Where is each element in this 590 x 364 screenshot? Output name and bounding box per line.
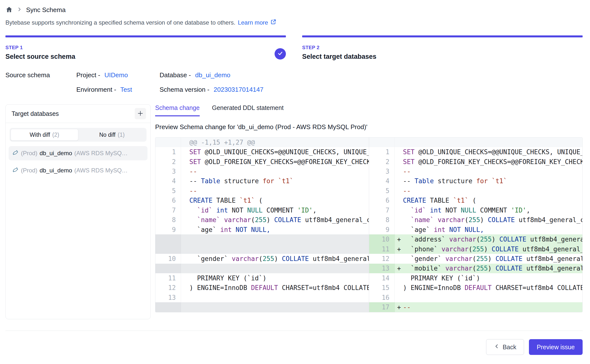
- line-number: 9: [369, 225, 395, 234]
- line-number: 8: [155, 215, 181, 225]
- learn-more-label: Learn more: [238, 19, 268, 26]
- diff-marker: +: [395, 236, 403, 243]
- diff-placeholder-row: [155, 302, 369, 312]
- line-number: 3: [155, 167, 181, 176]
- schema-version-link[interactable]: 20230317014147: [214, 86, 263, 93]
- line-number: 2: [155, 157, 181, 167]
- line-number: 11: [155, 273, 181, 283]
- schema-diff-viewer[interactable]: @@ -1,15 +1,27 @@1SET @OLD_UNIQUE_CHECKS…: [155, 137, 583, 312]
- diff-row: 7 `id` int NOT NULL COMMENT 'ID',: [369, 205, 583, 215]
- tab-no-diff[interactable]: No diff (1): [78, 129, 146, 141]
- database-link[interactable]: db_ui_demo: [195, 71, 230, 79]
- description-text: Bytebase supports synchronizing a specif…: [5, 19, 235, 26]
- environment-link[interactable]: Test: [120, 86, 132, 93]
- breadcrumb-chevron-icon: [17, 7, 22, 13]
- code-line: CREATE TABLE `t1` (: [403, 197, 583, 204]
- diff-row: 5--: [369, 186, 583, 196]
- diff-row: 1SET @OLD_UNIQUE_CHECKS=@@UNIQUE_CHECKS,…: [369, 147, 583, 157]
- back-button-label: Back: [503, 344, 516, 351]
- home-breadcrumb-button[interactable]: [5, 6, 13, 14]
- preview-issue-button[interactable]: Preview issue: [529, 339, 583, 355]
- line-number: 14: [369, 273, 395, 283]
- step-1-title: Select source schema: [5, 53, 286, 61]
- step-progress: STEP 1 Select source schema STEP 2 Selec…: [5, 35, 583, 61]
- diff-pane-target: 1SET @OLD_UNIQUE_CHECKS=@@UNIQUE_CHECKS,…: [369, 137, 583, 312]
- diff-row: 3--: [369, 167, 583, 176]
- back-button[interactable]: Back: [486, 339, 524, 355]
- tab-with-diff-count: (2): [52, 132, 59, 138]
- target-databases-panel: Target databases With diff (2) No diff (…: [5, 104, 151, 319]
- line-number: [155, 244, 181, 254]
- step-2-progress-bar: [302, 35, 583, 37]
- source-schema-label: Source schema: [5, 71, 76, 79]
- code-line: ) ENGINE=InnoDB DEFAULT CHARSET=utf8mb4 …: [189, 284, 369, 291]
- step-2-label: STEP 2: [302, 45, 583, 50]
- line-number: 16: [369, 293, 395, 302]
- line-number: 6: [369, 196, 395, 205]
- diff-pane-source: @@ -1,15 +1,27 @@1SET @OLD_UNIQUE_CHECKS…: [155, 137, 369, 312]
- line-number: 13: [155, 293, 181, 302]
- diff-row: 6CREATE TABLE `t1` (: [155, 196, 369, 205]
- diff-row: 5--: [155, 186, 369, 196]
- line-number: 5: [369, 186, 395, 196]
- learn-more-link[interactable]: Learn more: [238, 19, 277, 27]
- line-number: 12: [155, 283, 181, 293]
- database-item[interactable]: (Prod) db_ui_demo (AWS RDS MySQL Prod): [9, 163, 148, 178]
- diff-row: 1SET @OLD_UNIQUE_CHECKS=@@UNIQUE_CHECKS,…: [155, 147, 369, 157]
- code-line: PRIMARY KEY (`id`): [403, 274, 583, 282]
- line-number: 1: [369, 147, 395, 157]
- tab-schema-change[interactable]: Schema change: [155, 104, 200, 116]
- mysql-icon: [12, 167, 19, 175]
- line-number: 3: [369, 167, 395, 176]
- diff-row: 8 `name` varchar(255) COLLATE utf8mb4_ge…: [155, 215, 369, 225]
- code-line: `gender` varchar(255) COLLATE utf8mb4_ge…: [403, 255, 583, 262]
- code-line: -- Table structure for `t1`: [189, 177, 369, 185]
- add-target-database-button[interactable]: [135, 108, 146, 119]
- tab-generated-ddl[interactable]: Generated DDL statement: [212, 104, 284, 116]
- line-number: 11: [369, 244, 395, 254]
- tab-no-diff-count: (1): [118, 132, 125, 138]
- code-line: --: [403, 303, 583, 311]
- line-number: 13: [369, 264, 395, 273]
- diff-row: 10 `gender` varchar(255) COLLATE utf8mb4…: [155, 254, 369, 263]
- preview-title: Preview Schema change for 'db_ui_demo (P…: [155, 123, 583, 131]
- code-line: `id` int NOT NULL COMMENT 'ID',: [403, 207, 583, 214]
- line-number: [369, 137, 395, 147]
- database-list: (Prod) db_ui_demo (AWS RDS MySQL Prod) (…: [9, 146, 148, 178]
- line-number: 15: [369, 283, 395, 293]
- database-field: Database - db_ui_demo: [160, 71, 583, 79]
- breadcrumb: Sync Schema: [5, 5, 583, 15]
- target-panel-title: Target databases: [12, 110, 59, 117]
- diff-row: 2SET @OLD_FOREIGN_KEY_CHECKS=@@FOREIGN_K…: [369, 157, 583, 167]
- db-instance-label: (AWS RDS MySQL Prod): [74, 167, 130, 174]
- tab-with-diff[interactable]: With diff (2): [11, 129, 78, 141]
- database-item[interactable]: (Prod) db_ui_demo (AWS RDS MySQL Prod): [9, 146, 148, 160]
- target-panel-header: Target databases: [6, 105, 150, 123]
- diff-row: 12 `gender` varchar(255) COLLATE utf8mb4…: [369, 254, 583, 263]
- footer-actions: Back Preview issue: [5, 339, 583, 355]
- diff-row: 13+ `mobile` varchar(255) COLLATE utf8mb…: [369, 264, 583, 273]
- code-line: -- Table structure for `t1`: [403, 177, 583, 185]
- line-number: 7: [369, 205, 395, 215]
- code-line: PRIMARY KEY (`id`): [189, 274, 369, 282]
- diff-row: 2SET @OLD_FOREIGN_KEY_CHECKS=@@FOREIGN_K…: [155, 157, 369, 167]
- code-line: --: [189, 168, 369, 175]
- page-description: Bytebase supports synchronizing a specif…: [5, 19, 583, 27]
- line-number: [155, 264, 181, 273]
- check-icon: [277, 50, 283, 57]
- diff-hunk-header: @@ -1,15 +1,27 @@: [155, 137, 369, 147]
- diff-placeholder-row: [155, 234, 369, 244]
- diff-hunk-header: [369, 137, 583, 147]
- project-link[interactable]: UIDemo: [104, 71, 128, 79]
- project-field: Project - UIDemo: [76, 71, 160, 79]
- diff-row: 17+--: [369, 302, 583, 312]
- diff-row: 11 PRIMARY KEY (`id`): [155, 273, 369, 283]
- diff-row: 16: [369, 293, 583, 302]
- diff-row: 9 `age` int NOT NULL,: [155, 225, 369, 234]
- diff-marker: +: [395, 303, 403, 311]
- step-2-title: Select target databases: [302, 53, 583, 61]
- code-line: --: [403, 187, 583, 195]
- step-1-label: STEP 1: [5, 45, 286, 50]
- line-number: 6: [155, 196, 181, 205]
- diff-marker: +: [395, 245, 403, 253]
